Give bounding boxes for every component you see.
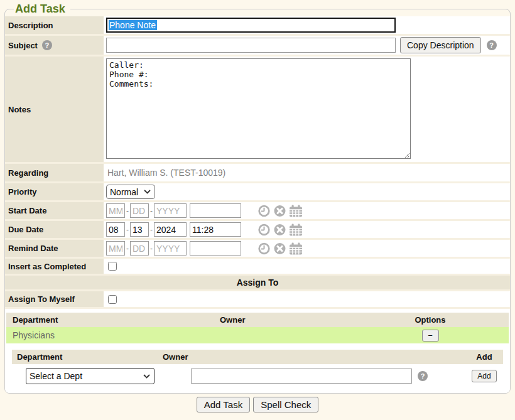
add-task-fieldset: Add Task Description Phone Note Subject … xyxy=(4,1,511,394)
chevron-down-icon xyxy=(144,190,151,194)
column-header-add: Add xyxy=(465,352,503,362)
description-selected-text: Phone Note xyxy=(109,20,157,30)
table-row: Physicians − xyxy=(6,327,509,343)
start-date-month-input[interactable] xyxy=(106,203,125,218)
date-separator: - xyxy=(126,244,129,253)
subject-help-icon[interactable]: ? xyxy=(42,40,52,50)
column-header-owner: Owner xyxy=(220,315,352,325)
assign-myself-row: Assign To Myself xyxy=(5,291,510,309)
calendar-icon[interactable] xyxy=(289,205,303,217)
column-header-department: Department xyxy=(6,315,220,325)
owner-help-icon[interactable]: ? xyxy=(418,371,428,381)
notes-label: Notes xyxy=(5,57,104,162)
clock-icon[interactable] xyxy=(258,223,271,236)
regarding-label: Regarding xyxy=(5,164,104,181)
regarding-row: Regarding Hart, William S. (TEST-10019) xyxy=(5,164,510,183)
due-date-day-input[interactable] xyxy=(130,222,149,237)
add-assignment-table: Department Owner Add Select a Dept ? Add xyxy=(12,350,503,388)
due-date-month-input[interactable] xyxy=(106,222,125,237)
description-input[interactable]: Phone Note xyxy=(106,18,396,33)
clock-icon[interactable] xyxy=(258,205,271,217)
regarding-value: Hart, William S. (TEST-10019) xyxy=(106,168,225,178)
date-separator: - xyxy=(126,225,129,234)
column-header-owner: Owner xyxy=(163,352,465,362)
remind-date-year-input[interactable] xyxy=(154,241,187,256)
insert-completed-row: Insert as Completed xyxy=(5,259,510,276)
subject-row: Subject ? Copy Description ? xyxy=(5,36,510,57)
remind-date-day-input[interactable] xyxy=(130,241,149,256)
clear-date-icon[interactable] xyxy=(273,223,286,236)
due-date-time-input[interactable] xyxy=(190,222,241,237)
start-date-day-input[interactable] xyxy=(130,203,149,218)
owner-input[interactable] xyxy=(191,369,412,384)
copy-description-help-icon[interactable]: ? xyxy=(487,40,497,50)
assigned-department-value: Physicians xyxy=(6,330,220,340)
assign-myself-label: Assign To Myself xyxy=(5,291,104,307)
calendar-icon[interactable] xyxy=(289,223,303,236)
clear-date-icon[interactable] xyxy=(273,205,286,217)
calendar-icon[interactable] xyxy=(289,242,303,255)
assign-to-section-header: Assign To xyxy=(5,276,510,291)
date-separator: - xyxy=(150,225,153,234)
clear-date-icon[interactable] xyxy=(273,242,286,255)
remove-assignment-button[interactable]: − xyxy=(422,330,439,342)
department-select[interactable]: Select a Dept xyxy=(26,368,154,384)
column-header-department: Department xyxy=(12,352,163,362)
start-date-time-input[interactable] xyxy=(190,203,241,218)
clock-icon[interactable] xyxy=(258,242,271,255)
date-separator: - xyxy=(150,207,153,215)
priority-label: Priority xyxy=(5,183,104,200)
remind-date-label: Remind Date xyxy=(5,240,104,257)
chevron-down-icon xyxy=(143,374,150,379)
priority-row: Priority Normal xyxy=(5,183,510,202)
add-task-button[interactable]: Add Task xyxy=(197,397,250,412)
insert-completed-checkbox[interactable] xyxy=(108,262,117,271)
insert-completed-label: Insert as Completed xyxy=(5,259,104,274)
subject-label-cell: Subject ? xyxy=(5,36,104,55)
description-label: Description xyxy=(5,16,104,34)
priority-select[interactable]: Normal xyxy=(106,185,155,199)
start-date-year-input[interactable] xyxy=(154,203,187,218)
subject-input[interactable] xyxy=(106,38,396,53)
due-date-row: Due Date - - xyxy=(5,221,510,240)
copy-description-button[interactable]: Copy Description xyxy=(400,37,481,53)
add-assignment-button[interactable]: Add xyxy=(472,370,496,382)
priority-selected-value: Normal xyxy=(110,187,138,197)
assigned-table-header: Department Owner Options xyxy=(6,313,509,327)
subject-label: Subject xyxy=(8,41,38,50)
add-table-header: Department Owner Add xyxy=(12,350,503,364)
column-header-options: Options xyxy=(352,315,509,325)
remind-date-month-input[interactable] xyxy=(106,241,125,256)
due-date-label: Due Date xyxy=(5,221,104,238)
department-selected-value: Select a Dept xyxy=(30,371,82,381)
date-separator: - xyxy=(150,244,153,253)
assigned-departments-table: Department Owner Options Physicians − xyxy=(6,313,509,343)
remind-date-row: Remind Date - - xyxy=(5,240,510,259)
description-row: Description Phone Note xyxy=(5,16,510,36)
start-date-label: Start Date xyxy=(5,202,104,219)
assign-myself-checkbox[interactable] xyxy=(108,295,117,304)
notes-textarea[interactable]: Caller: Phone #: Comments: xyxy=(106,58,411,159)
start-date-row: Start Date - - xyxy=(5,202,510,221)
form-actions: Add Task Spell Check xyxy=(0,397,515,412)
spell-check-button[interactable]: Spell Check xyxy=(253,397,318,412)
notes-row: Notes Caller: Phone #: Comments: xyxy=(5,57,510,164)
page-title: Add Task xyxy=(14,1,70,16)
remind-date-time-input[interactable] xyxy=(190,241,241,256)
date-separator: - xyxy=(126,207,129,215)
due-date-year-input[interactable] xyxy=(154,222,187,237)
form-body: Description Phone Note Subject ? Copy De… xyxy=(5,16,510,393)
add-assignment-row: Select a Dept ? Add xyxy=(12,364,503,388)
